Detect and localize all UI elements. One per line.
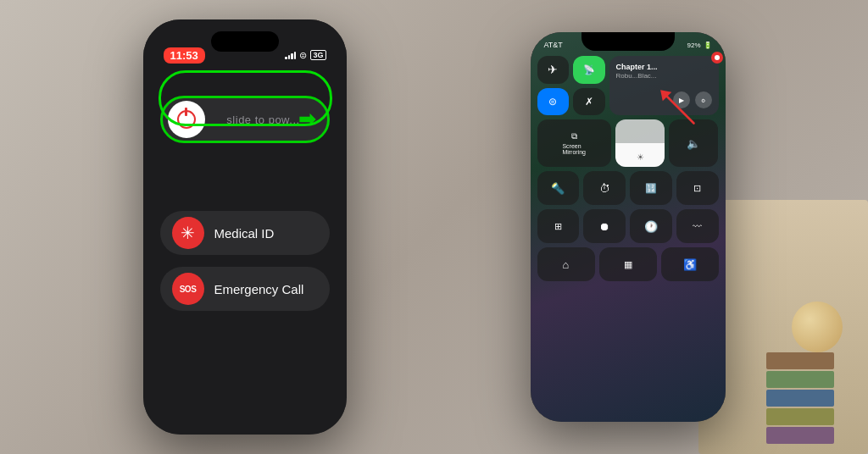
asterisk-icon: ✳	[181, 223, 195, 243]
book-4	[766, 408, 834, 425]
left-phone-screen: 11:53 ⊜ 3G	[143, 19, 347, 435]
slider-text-area: slide to pow... ➡	[205, 114, 322, 126]
battery-icon: 🔋	[704, 42, 712, 49]
cc-volume[interactable]: 🔈	[669, 119, 718, 167]
signal-bar-4	[294, 52, 297, 59]
screen-mirror-icon: ⧉	[571, 131, 577, 141]
cc-voice-memo[interactable]: 〰	[676, 209, 719, 243]
cc-cellular[interactable]: 📡	[573, 56, 605, 84]
play-button[interactable]: ▶	[673, 91, 690, 108]
carrier-label: AT&T	[544, 41, 563, 49]
emergency-call-label: Emergency Call	[214, 282, 304, 296]
book-stack	[766, 352, 834, 454]
cc-airplane-mode[interactable]: ✈	[537, 56, 570, 84]
media-controls: ▶ ⚙	[616, 91, 712, 108]
media-notification-dot	[711, 52, 723, 64]
right-phone-screen: AT&T 92% 🔋 ✈	[531, 32, 726, 422]
clock-icon: 🕐	[644, 220, 658, 233]
cc-qr-scan[interactable]: ⊞	[537, 209, 580, 243]
cc-clock[interactable]: 🕐	[630, 209, 672, 243]
cc-row-1: ✈ 📡 ⊜ ✗	[537, 56, 719, 115]
volume-icon: 🔈	[687, 137, 700, 150]
toggle-icon: ⊡	[693, 183, 701, 194]
cc-home[interactable]: ⌂	[537, 247, 595, 281]
slider-thumb[interactable]	[168, 101, 205, 138]
qr-icon: ⊞	[554, 221, 562, 232]
signal-bars	[285, 51, 296, 59]
home-icon: ⌂	[563, 258, 570, 271]
book-1	[766, 352, 834, 369]
slider-arrow: ➡	[298, 108, 315, 131]
power-icon	[177, 110, 196, 129]
status-icons: ⊜ 3G	[285, 50, 326, 61]
cellular-icon: 📡	[583, 64, 595, 75]
cc-calculator[interactable]: 🔢	[630, 171, 672, 205]
record-icon: ⏺	[599, 220, 610, 233]
cc-accessibility[interactable]: ♿	[661, 247, 719, 281]
battery-percent: 92%	[687, 42, 700, 49]
medical-id-label: Medical ID	[214, 226, 275, 241]
medical-icon: ✳	[172, 217, 204, 249]
book-3	[766, 390, 834, 407]
signal-bar-2	[288, 55, 291, 59]
wifi-icon: ⊜	[299, 50, 307, 61]
left-phone: 11:53 ⊜ 3G	[143, 19, 347, 435]
cc-media-card[interactable]: Chapter 1... Robu...Blac... ▶ ⚙	[609, 56, 719, 115]
signal-bar-1	[285, 57, 287, 59]
wifi-cc-icon: ⊜	[548, 96, 557, 108]
calculator-icon: 🔢	[645, 183, 657, 194]
media-artist: Robu...Blac...	[616, 72, 712, 80]
cc-row-5: ⌂ ▦ ♿	[537, 247, 719, 281]
phone-notch	[581, 32, 675, 51]
cc-screen-mirror[interactable]: ⧉ ScreenMirroring	[537, 119, 611, 167]
power-off-slider[interactable]: slide to pow... ➡	[160, 96, 330, 143]
cc-brightness[interactable]: ☀	[615, 119, 665, 167]
cc-toggle[interactable]: ⊡	[676, 171, 719, 205]
cc-wifi[interactable]: ⊜	[537, 88, 570, 116]
bluetooth-icon: ✗	[585, 96, 593, 108]
cc-connectivity-top: ✈ 📡	[537, 56, 605, 84]
dynamic-island	[211, 31, 279, 52]
cc-bluetooth[interactable]: ✗	[573, 88, 605, 116]
emergency-call-button[interactable]: SOS Emergency Call	[160, 267, 330, 311]
media-info: Chapter 1... Robu...Blac...	[616, 63, 712, 80]
slider-label: slide to pow...	[226, 114, 299, 126]
cc-timer[interactable]: ⏱	[583, 171, 626, 205]
airplane-icon: ✈	[548, 63, 558, 76]
media-title: Chapter 1...	[616, 63, 712, 72]
sos-badge: SOS	[172, 273, 204, 305]
time-display: 11:53	[164, 47, 205, 64]
screen-mirror-label: ScreenMirroring	[562, 143, 586, 155]
skip-button[interactable]: ⚙	[695, 91, 712, 108]
signal-bar-3	[291, 53, 293, 59]
scene: 11:53 ⊜ 3G	[0, 0, 868, 454]
cc-remote[interactable]: ▦	[599, 247, 657, 281]
connectivity-block: ✈ 📡 ⊜ ✗	[537, 56, 605, 115]
network-type: 3G	[310, 50, 326, 60]
screen-mirror-content: ⧉ ScreenMirroring	[562, 131, 586, 155]
cc-record[interactable]: ⏺	[583, 209, 626, 243]
cc-row-2: ⧉ ScreenMirroring ☀ 🔈	[537, 119, 719, 167]
book-2	[766, 371, 834, 388]
book-5	[766, 427, 834, 444]
control-center: ✈ 📡 ⊜ ✗	[537, 56, 719, 415]
cc-row-3: 🔦 ⏱ 🔢 ⊡	[537, 171, 719, 205]
timer-icon: ⏱	[599, 182, 610, 195]
voice-memo-icon: 〰	[693, 221, 702, 231]
cc-row-4: ⊞ ⏺ 🕐 〰	[537, 209, 719, 243]
red-dot-inner	[715, 55, 720, 60]
flashlight-icon: 🔦	[551, 182, 565, 195]
sphere-decoration	[792, 302, 843, 352]
right-phone: AT&T 92% 🔋 ✈	[531, 32, 726, 422]
right-status-icons: 92% 🔋	[687, 42, 711, 49]
cc-connectivity-bottom: ⊜ ✗	[537, 88, 605, 116]
brightness-icon: ☀	[637, 152, 644, 162]
medical-id-button[interactable]: ✳ Medical ID	[160, 211, 330, 255]
cc-flashlight[interactable]: 🔦	[537, 171, 580, 205]
accessibility-icon: ♿	[683, 258, 697, 271]
remote-icon: ▦	[624, 259, 632, 270]
